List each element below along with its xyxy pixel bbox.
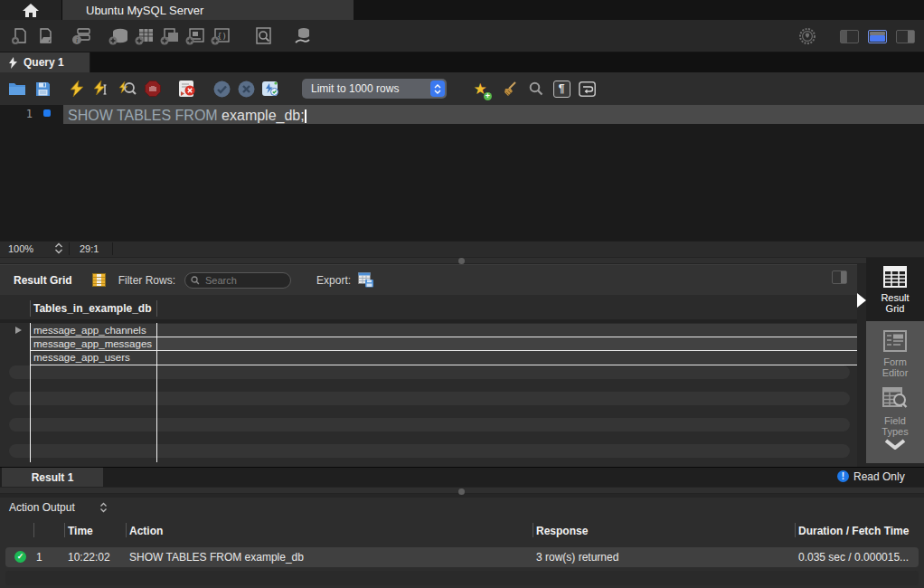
explain-plan-button[interactable] (118, 78, 137, 100)
create-table-button[interactable] (134, 25, 156, 47)
sql-keywords: SHOW TABLES FROM (68, 108, 222, 123)
result-tab-strip (0, 467, 924, 487)
current-row-marker-icon (15, 327, 22, 334)
tab-query-1[interactable]: Query 1 (0, 52, 90, 72)
toggle-preview-panel-button[interactable] (832, 270, 847, 284)
zoom-level: 100% (8, 243, 33, 254)
toggle-left-panel-button[interactable] (840, 30, 859, 43)
cursor-position: 29:1 (80, 243, 99, 254)
toggle-bottom-panel-button[interactable] (868, 30, 887, 43)
filter-search-box[interactable] (184, 272, 291, 289)
home-icon (23, 4, 39, 17)
bottom-panel-top (870, 32, 885, 35)
tab-result-1[interactable]: Result 1 (2, 468, 103, 487)
chevron-down-icon[interactable] (884, 439, 906, 450)
column-header-action[interactable]: Action (129, 525, 163, 537)
result-view-sidebar: Result Grid Form Editor Field Types (866, 258, 924, 463)
title-tab-bar: Ubuntu MySQL Server (0, 0, 924, 20)
output-selector-stepper[interactable] (99, 502, 108, 513)
save-snippet-button[interactable]: ★ + (470, 78, 490, 100)
commit-button[interactable] (212, 78, 231, 100)
grid-columns-icon[interactable] (92, 273, 106, 287)
create-schema-button[interactable] (108, 25, 130, 47)
apply-changes-button[interactable] (291, 25, 313, 47)
row-divider (30, 365, 857, 365)
execute-button[interactable] (67, 78, 87, 100)
bottom-panel-fill (870, 35, 885, 42)
info-icon: ! (837, 470, 849, 482)
zoom-stepper[interactable] (54, 242, 63, 254)
sql-editor[interactable] (0, 105, 924, 241)
column-header-duration[interactable]: Duration / Fetch Time (798, 525, 909, 537)
column-separator (795, 523, 796, 537)
header-separator-2[interactable] (156, 300, 157, 317)
open-script-button[interactable] (7, 78, 27, 100)
beautify-query-button[interactable] (501, 78, 521, 100)
success-check-icon: ✓ (14, 551, 26, 563)
connection-tab[interactable]: Ubuntu MySQL Server (62, 0, 354, 20)
header-gap (0, 319, 857, 323)
main-toolbar-right (797, 20, 915, 52)
sidebar-label: Field Types (875, 415, 915, 437)
panel-resize-handle-top[interactable] (0, 257, 924, 264)
rollback-button[interactable] (236, 78, 256, 100)
grid-row-3[interactable]: message_app_users (30, 351, 857, 365)
column-separator (126, 523, 127, 537)
form-editor-icon (883, 330, 907, 352)
home-tab[interactable] (0, 0, 62, 20)
create-view-button[interactable] (159, 25, 181, 47)
beta-badge-icon (797, 25, 818, 47)
result-grid-panel: Tables_in_example_db message_app_channel… (0, 295, 857, 467)
empty-output-row (5, 571, 919, 585)
filter-search-input[interactable] (203, 274, 279, 287)
row-duration: 0.035 sec / 0.000015... (798, 551, 909, 564)
show-invisibles-toggle[interactable]: ¶ (552, 78, 571, 100)
find-button[interactable] (526, 78, 546, 100)
cell-value[interactable]: message_app_messages (33, 338, 152, 349)
stop-on-error-toggle[interactable] (177, 78, 197, 100)
column-header-time[interactable]: Time (68, 525, 93, 537)
save-script-button[interactable] (33, 78, 52, 100)
row-divider (30, 337, 857, 337)
left-panel-fill (841, 31, 847, 43)
panel-resize-handle-bottom[interactable] (0, 487, 924, 494)
grid-row-2[interactable]: message_app_messages (30, 337, 857, 351)
connection-tab-label: Ubuntu MySQL Server (86, 4, 203, 17)
stop-execution-button[interactable] (143, 78, 163, 100)
export-label: Export: (316, 274, 351, 287)
create-function-button[interactable]: {) (210, 25, 231, 47)
query-tab-bar (0, 52, 924, 72)
grid-row-1[interactable]: message_app_channels (30, 324, 857, 337)
sidebar-item-field-types[interactable]: Field Types (866, 378, 924, 450)
result-grid-toolbar: Result Grid Filter Rows: Export: (0, 264, 857, 295)
search-objects-button[interactable] (253, 25, 275, 47)
grid-column-header[interactable]: Tables_in_example_db (33, 302, 152, 315)
sidebar-item-result-grid[interactable]: Result Grid (866, 258, 924, 321)
main-toolbar: i {) (0, 20, 924, 52)
status-divider-2 (112, 242, 113, 255)
cell-value[interactable]: message_app_channels (33, 325, 146, 336)
empty-row-stripe (9, 365, 850, 379)
sidebar-item-form-editor[interactable]: Form Editor (866, 321, 924, 378)
wrap-text-toggle[interactable] (577, 78, 597, 100)
new-query-tab-button[interactable] (9, 25, 31, 47)
export-recordset-button[interactable] (358, 272, 374, 288)
autocommit-toggle[interactable] (260, 78, 280, 100)
column-separator (64, 523, 65, 537)
preview-panel-fill (841, 271, 846, 283)
execute-current-statement-button[interactable] (92, 78, 112, 100)
column-gridline[interactable] (156, 323, 157, 462)
cell-value[interactable]: message_app_users (33, 352, 130, 363)
row-limit-value: Limit to 1000 rows (311, 82, 399, 95)
create-procedure-button[interactable] (184, 25, 206, 47)
sql-code-line[interactable]: SHOW TABLES FROM example_db; (68, 108, 306, 124)
open-sql-file-button[interactable] (34, 25, 56, 47)
toggle-right-panel-button[interactable] (896, 30, 915, 43)
column-header-response[interactable]: Response (536, 525, 588, 537)
connection-info-button[interactable]: i (71, 25, 92, 47)
action-output-selector[interactable]: Action Output (9, 501, 75, 514)
search-icon (191, 276, 200, 285)
column-separator (533, 523, 533, 537)
active-panel-arrow-icon (857, 293, 866, 308)
row-limit-dropdown[interactable]: Limit to 1000 rows (302, 79, 447, 99)
